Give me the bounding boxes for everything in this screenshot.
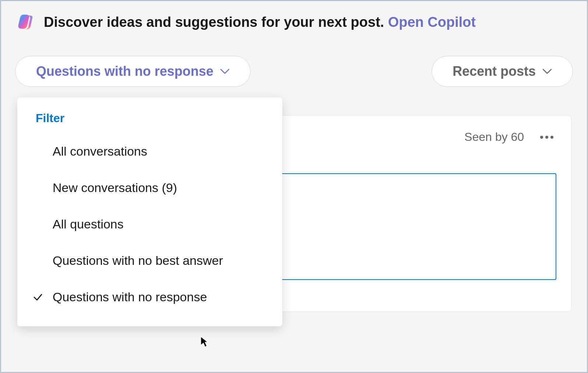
filter-option-no-best-answer[interactable]: Questions with no best answer — [17, 242, 282, 279]
cursor-icon — [200, 336, 209, 348]
check-slot — [31, 292, 45, 303]
filter-secondary-label: Recent posts — [453, 64, 536, 79]
seen-by-count: Seen by 60 — [464, 130, 524, 144]
dropdown-item-label: Questions with no best answer — [53, 253, 223, 268]
dropdown-item-label: All questions — [53, 217, 124, 231]
more-options-icon[interactable] — [537, 133, 556, 142]
dropdown-item-label: All conversations — [53, 144, 147, 159]
banner-message: Discover ideas and suggestions for your … — [44, 14, 388, 30]
filter-dropdown-menu: Filter All conversations New conversatio… — [17, 97, 282, 326]
dropdown-item-label: Questions with no response — [53, 290, 207, 304]
filter-option-all-conversations[interactable]: All conversations — [17, 133, 282, 170]
filter-option-new-conversations[interactable]: New conversations (9) — [17, 170, 282, 206]
dropdown-header: Filter — [17, 109, 282, 133]
filter-dropdown-secondary[interactable]: Recent posts — [432, 56, 573, 87]
open-copilot-link[interactable]: Open Copilot — [388, 14, 476, 30]
filter-primary-label: Questions with no response — [36, 64, 213, 79]
copilot-icon — [16, 12, 36, 32]
filter-option-all-questions[interactable]: All questions — [17, 206, 282, 242]
filter-dropdown-primary[interactable]: Questions with no response — [15, 56, 251, 87]
chevron-down-icon — [542, 68, 552, 74]
checkmark-icon — [32, 292, 43, 303]
dropdown-item-label: New conversations (9) — [53, 181, 177, 195]
copilot-banner: Discover ideas and suggestions for your … — [1, 1, 587, 50]
chevron-down-icon — [220, 68, 230, 74]
banner-text: Discover ideas and suggestions for your … — [44, 14, 476, 30]
app-container: Discover ideas and suggestions for your … — [0, 0, 588, 373]
filter-row: Questions with no response Recent posts — [1, 56, 587, 87]
filter-option-no-response[interactable]: Questions with no response — [17, 279, 282, 315]
